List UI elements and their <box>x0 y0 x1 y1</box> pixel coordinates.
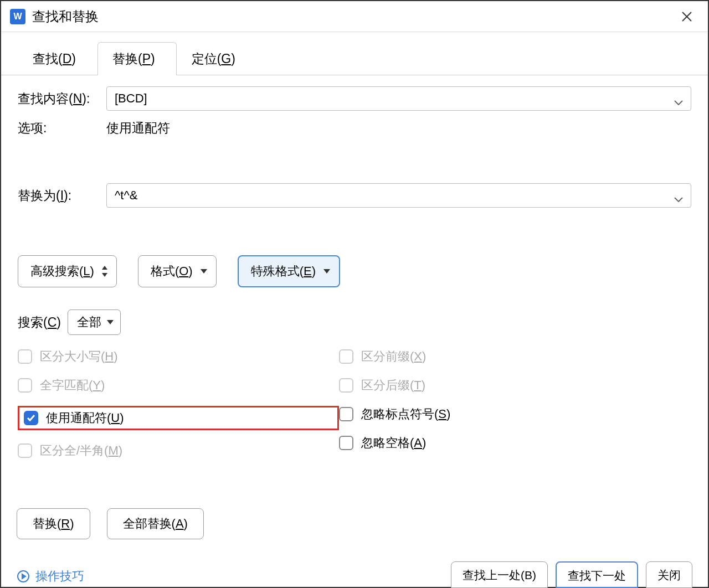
checkbox-label: 使用通配符(U) <box>46 410 124 426</box>
advanced-search-button[interactable]: 高级搜索(L) <box>18 255 117 287</box>
tab-find[interactable]: 查找(D) <box>18 42 97 75</box>
find-input-value: [BCD] <box>115 91 674 106</box>
find-label: 查找内容(N): <box>18 90 106 107</box>
close-partial-button[interactable]: 关闭 <box>646 561 692 588</box>
checkbox-label: 忽略标点符号(S) <box>361 406 450 422</box>
scope-label: 搜索(C) <box>18 314 61 331</box>
svg-marker-3 <box>102 273 107 277</box>
checkbox-m: 区分全/半角(M) <box>18 442 339 459</box>
checkbox-box <box>339 436 353 450</box>
checkbox-label: 区分全/半角(M) <box>40 442 122 459</box>
checkbox-box <box>339 349 353 364</box>
checkbox-column-right: 区分前缀(X)区分后缀(T)忽略标点符号(S)忽略空格(A) <box>339 348 450 459</box>
checkbox-a[interactable]: 忽略空格(A) <box>339 435 450 451</box>
options-value: 使用通配符 <box>106 120 170 137</box>
checkbox-box <box>339 407 353 421</box>
close-icon <box>681 11 692 22</box>
svg-marker-6 <box>107 320 114 324</box>
tab-goto[interactable]: 定位(G) <box>177 42 257 75</box>
checkbox-label: 区分大小写(H) <box>40 348 118 365</box>
checkbox-column-left: 区分大小写(H)全字匹配(Y)使用通配符(U)区分全/半角(M) <box>18 348 339 459</box>
replace-button[interactable]: 替换(R) <box>17 508 90 539</box>
tab-panel: 查找内容(N): [BCD] 选项: 使用通配符 替换为(I): ^t^& 高级… <box>1 75 708 470</box>
close-button[interactable] <box>675 4 699 29</box>
chevron-down-icon <box>674 191 683 200</box>
checkbox-box <box>18 349 32 364</box>
checkbox-x: 区分前缀(X) <box>339 348 450 365</box>
sort-icon <box>102 266 107 277</box>
tips-link[interactable]: 操作技巧 <box>17 568 84 588</box>
checkbox-box <box>339 378 353 393</box>
find-input[interactable]: [BCD] <box>106 86 691 111</box>
scope-dropdown[interactable]: 全部 <box>68 310 121 335</box>
svg-marker-4 <box>201 269 207 274</box>
play-circle-icon <box>17 570 30 583</box>
replace-input-value: ^t^& <box>115 188 674 203</box>
checkbox-box <box>18 443 32 458</box>
checkbox-h: 区分大小写(H) <box>18 348 339 365</box>
caret-down-icon <box>201 269 207 274</box>
checkbox-t: 区分后缀(T) <box>339 377 450 394</box>
find-prev-button[interactable]: 查找上一处(B) <box>451 561 548 588</box>
checkbox-u[interactable]: 使用通配符(U) <box>24 410 124 426</box>
replace-all-button[interactable]: 全部替换(A) <box>107 508 204 539</box>
titlebar: W 查找和替换 <box>1 1 708 32</box>
tab-replace[interactable]: 替换(P) <box>97 42 177 75</box>
svg-marker-8 <box>22 574 25 579</box>
tab-bar: 查找(D) 替换(P) 定位(G) <box>1 42 708 75</box>
caret-down-icon <box>323 269 330 274</box>
checkbox-label: 忽略空格(A) <box>361 435 426 451</box>
checkbox-s[interactable]: 忽略标点符号(S) <box>339 406 450 422</box>
replace-input[interactable]: ^t^& <box>106 183 691 208</box>
checkbox-box <box>24 411 38 425</box>
chevron-down-icon <box>674 94 683 103</box>
options-label: 选项: <box>18 120 106 137</box>
caret-down-icon <box>107 320 114 324</box>
find-next-button[interactable]: 查找下一处 <box>556 561 638 588</box>
checkbox-label: 区分前缀(X) <box>361 348 426 365</box>
replace-label: 替换为(I): <box>18 187 106 204</box>
checkbox-label: 区分后缀(T) <box>361 377 425 394</box>
checkbox-label: 全字匹配(Y) <box>40 377 105 394</box>
highlighted-checkbox: 使用通配符(U) <box>18 406 339 430</box>
special-format-button[interactable]: 特殊格式(E) <box>238 255 340 287</box>
window-title: 查找和替换 <box>32 8 675 25</box>
format-button[interactable]: 格式(O) <box>138 255 217 287</box>
svg-marker-2 <box>102 266 107 270</box>
checkbox-y: 全字匹配(Y) <box>18 377 339 394</box>
svg-marker-5 <box>323 269 330 274</box>
app-icon: W <box>10 9 25 24</box>
checkbox-box <box>18 378 32 393</box>
